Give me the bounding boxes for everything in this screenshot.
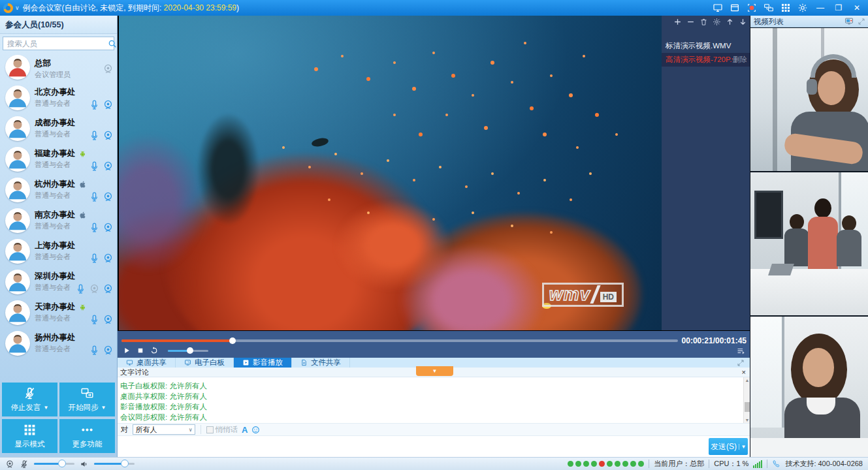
trash-icon[interactable]: [699, 18, 708, 26]
webcam-status-icon[interactable]: [5, 460, 14, 469]
mic-muted-icon[interactable]: [20, 460, 29, 469]
webcam-icon[interactable]: [103, 130, 114, 141]
recipient-select[interactable]: 所有人 ∨: [133, 424, 195, 435]
webcam-icon[interactable]: [103, 161, 114, 172]
seek-bar[interactable]: [121, 339, 678, 342]
dropdown-arrow-icon[interactable]: ▼: [101, 405, 106, 411]
close-button[interactable]: ✕: [851, 3, 863, 13]
participant-row[interactable]: 上海办事处 普通与会者: [0, 236, 118, 267]
webcam-icon[interactable]: [103, 222, 114, 233]
delete-item-button[interactable]: 删除: [733, 53, 750, 67]
participant-name: 扬州办事处: [35, 332, 76, 343]
window-mode-icon[interactable]: [730, 3, 740, 13]
volume-handle[interactable]: [187, 347, 193, 354]
mic-icon[interactable]: [89, 222, 100, 233]
remove-icon[interactable]: [686, 18, 695, 26]
mic-icon[interactable]: [89, 314, 100, 325]
minimize-button[interactable]: —: [814, 3, 826, 13]
video-thumbnail-3[interactable]: [750, 317, 868, 457]
move-down-icon[interactable]: [739, 18, 747, 26]
maximize-button[interactable]: ❐: [833, 3, 844, 13]
participant-row[interactable]: 深圳办事处 普通与会者: [0, 267, 118, 298]
dropdown-arrow-icon[interactable]: ▼: [44, 405, 49, 411]
seek-handle[interactable]: [229, 337, 236, 344]
emoji-icon[interactable]: [251, 426, 260, 434]
video-playback-area[interactable]: wmv HD: [119, 16, 662, 330]
webcam-icon[interactable]: [103, 63, 114, 74]
connection-dot: [575, 461, 581, 467]
speaker-icon[interactable]: [80, 460, 89, 469]
mic-icon[interactable]: [89, 130, 100, 141]
video-monitor-icon[interactable]: [844, 17, 854, 25]
chat-input[interactable]: [118, 437, 750, 457]
android-icon: [78, 303, 87, 311]
webcam-icon[interactable]: [103, 283, 114, 294]
send-button[interactable]: 发送(S) ▼: [709, 438, 748, 455]
mic-icon[interactable]: [89, 191, 100, 202]
display-mode-button[interactable]: 显示模式: [2, 419, 57, 453]
fullscreen-icon[interactable]: [737, 359, 745, 367]
tab-whiteboard[interactable]: 电子白板: [176, 358, 234, 368]
participant-name: 总部: [35, 58, 51, 69]
participant-row[interactable]: 福建办事处 普通与会者: [0, 144, 118, 175]
mic-volume-slider[interactable]: [34, 463, 74, 465]
webcam-icon[interactable]: [103, 345, 114, 356]
expand-icon[interactable]: [858, 18, 865, 25]
chevron-down-icon[interactable]: ∨: [15, 5, 20, 11]
scrollbar-thumb[interactable]: [745, 402, 750, 412]
app-logo-icon: [3, 3, 13, 13]
stop-icon[interactable]: [137, 347, 144, 354]
tab-media-playback[interactable]: 影音播放: [234, 358, 292, 368]
add-icon[interactable]: [673, 18, 682, 26]
speaker-volume-slider[interactable]: [94, 463, 135, 465]
slider-handle[interactable]: [58, 460, 66, 467]
mic-icon[interactable]: [89, 161, 100, 172]
checkbox[interactable]: [206, 426, 214, 433]
mic-icon[interactable]: [89, 253, 100, 264]
webcam-icon[interactable]: [103, 191, 114, 202]
dither-grid-icon[interactable]: [780, 3, 791, 13]
whisper-checkbox[interactable]: 悄悄话: [206, 425, 238, 435]
stop-speaking-button[interactable]: 停止发言▼: [2, 383, 57, 416]
search-icon[interactable]: [108, 39, 117, 48]
participant-row[interactable]: 扬州办事处 普通与会者: [0, 328, 118, 359]
player-volume-slider[interactable]: [168, 350, 208, 352]
tab-desktop-share[interactable]: 桌面共享: [118, 358, 176, 368]
close-icon[interactable]: ×: [742, 368, 746, 377]
participant-row[interactable]: 成都办事处 普通与会者: [0, 114, 118, 144]
play-icon[interactable]: [123, 347, 131, 354]
network-share-icon[interactable]: [764, 3, 774, 13]
send-options-arrow[interactable]: ▼: [739, 444, 748, 450]
record-icon[interactable]: [747, 3, 757, 13]
font-color-button[interactable]: A: [242, 425, 248, 435]
chat-scrollbar[interactable]: ▲ ▼: [743, 377, 750, 423]
replay-icon[interactable]: [150, 347, 158, 354]
webcam-off-icon[interactable]: [89, 283, 100, 294]
participant-row[interactable]: 总部 会议管理员: [0, 52, 118, 83]
playlist-toggle-icon[interactable]: [736, 347, 746, 356]
mic-icon[interactable]: [75, 283, 86, 294]
screen-share-icon[interactable]: [713, 3, 723, 13]
search-input[interactable]: [3, 40, 108, 48]
video-thumbnail-2[interactable]: [750, 172, 868, 315]
settings-icon[interactable]: [713, 18, 721, 26]
tab-file-share[interactable]: 文件共享: [292, 358, 350, 368]
settings-gear-icon[interactable]: [797, 3, 808, 13]
start-sync-button[interactable]: 开始同步▼: [59, 383, 115, 416]
mic-icon[interactable]: [89, 345, 100, 356]
collapse-panel-handle[interactable]: ▼: [416, 366, 453, 376]
participant-row[interactable]: 北京办事处 普通与会者: [0, 83, 118, 114]
more-functions-button[interactable]: 更多功能: [59, 419, 115, 453]
webcam-icon[interactable]: [103, 99, 114, 110]
participant-row[interactable]: 天津办事处 普通与会者: [0, 298, 118, 328]
slider-handle[interactable]: [121, 460, 129, 467]
webcam-icon[interactable]: [103, 314, 114, 325]
webcam-icon[interactable]: [103, 253, 114, 264]
participant-row[interactable]: 南京办事处 普通与会者: [0, 206, 118, 236]
playlist-item[interactable]: 标清演示视频.WMV: [662, 39, 750, 53]
video-thumbnail-1[interactable]: [750, 28, 868, 171]
playlist-item-selected[interactable]: 高清演示视频-720P.wmv 删除: [662, 53, 750, 67]
move-up-icon[interactable]: [726, 18, 734, 26]
mic-icon[interactable]: [89, 99, 100, 110]
participant-row[interactable]: 杭州办事处 普通与会者: [0, 175, 118, 206]
